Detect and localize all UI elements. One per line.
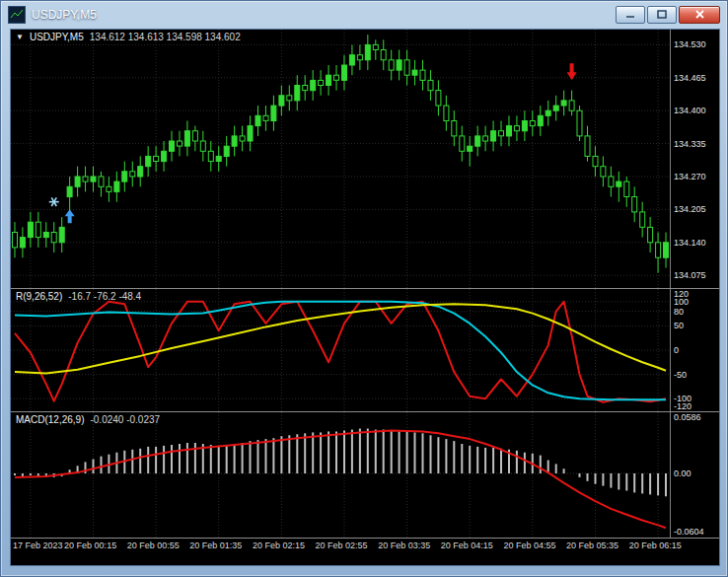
candle-body: [146, 156, 151, 166]
candle-body: [184, 131, 189, 146]
window-title: USDJPY,M5: [32, 8, 97, 22]
candle-body: [522, 121, 527, 131]
chart-window: USDJPY,M5 ▼ USDJPY,M5 134.612 134.613 13…: [0, 0, 728, 577]
oscillator-tick-label: -50: [674, 370, 687, 380]
candle-body: [170, 141, 175, 151]
candle-body: [232, 136, 237, 146]
candle-body: [436, 91, 441, 106]
candle-body: [609, 177, 614, 186]
price-tick-label: 134.205: [674, 204, 706, 214]
ohlc-values: 134.612 134.613 134.598 134.602: [90, 32, 241, 42]
candle-body: [240, 136, 245, 141]
time-label: 20 Feb 01:35: [189, 541, 242, 550]
candle-body: [20, 238, 25, 248]
candle-body: [271, 106, 276, 120]
window-controls: [616, 6, 720, 24]
time-label: 20 Feb 00:55: [127, 541, 180, 550]
candle-body: [389, 60, 394, 70]
slow-yellow-line: [15, 304, 666, 373]
macd-label: MACD(12,26,9): [16, 414, 84, 425]
signal-line: [15, 430, 666, 528]
titlebar[interactable]: USDJPY,M5: [1, 1, 727, 28]
buy-arrow[interactable]: [65, 209, 75, 223]
price-pane-header: ▼ USDJPY,M5 134.612 134.613 134.598 134.…: [16, 32, 241, 42]
candle-body: [514, 126, 519, 131]
candle-body: [287, 96, 292, 101]
candle-body: [216, 156, 221, 161]
candle-body: [248, 126, 253, 141]
candle-body: [664, 243, 669, 257]
candle-body: [601, 167, 606, 177]
candle-body: [138, 167, 143, 177]
candle-body: [295, 86, 300, 101]
candle-body: [507, 126, 512, 136]
candle-body: [569, 101, 574, 110]
oscillator-tick-label: 80: [674, 307, 684, 317]
candle-body: [303, 86, 308, 91]
price-pane[interactable]: ▼ USDJPY,M5 134.612 134.613 134.598 134.…: [11, 30, 719, 288]
macd-values: -0.0240 -0.0237: [90, 414, 160, 425]
candle-body: [154, 156, 159, 161]
candle-body: [130, 172, 135, 177]
price-tick-label: 134.465: [674, 73, 706, 83]
price-tick-label: 134.530: [674, 39, 706, 49]
macd-pane[interactable]: MACD(12,26,9) -0.0240 -0.0237 0.05860.00…: [11, 412, 719, 538]
app-icon[interactable]: [8, 6, 26, 24]
macd-tick-label: 0.0586: [674, 412, 701, 422]
candle-body: [67, 186, 72, 196]
candle-body: [99, 177, 104, 186]
macd-canvas: 0.05860.00-0.0604: [11, 412, 719, 538]
candle-body: [192, 131, 197, 141]
macd-tick-label: -0.0604: [674, 527, 704, 537]
oscillator-label: R(9,26,52): [16, 291, 62, 302]
macd-pane-header: MACD(12,26,9) -0.0240 -0.0237: [16, 414, 160, 425]
time-label: 20 Feb 03:35: [378, 541, 430, 550]
oscillator-tick-label: 50: [674, 321, 684, 330]
candle-body: [460, 136, 465, 151]
candle-body: [617, 181, 621, 186]
candle-body: [349, 55, 354, 65]
time-label: 20 Feb 04:15: [441, 541, 493, 550]
minimize-icon: [625, 10, 635, 19]
candle-body: [412, 70, 417, 75]
minimize-button[interactable]: [616, 6, 645, 24]
candle-body: [263, 115, 268, 120]
candle-body: [365, 44, 370, 59]
candle-body: [75, 177, 80, 186]
candle-body: [357, 55, 362, 60]
maximize-button[interactable]: [647, 6, 677, 24]
time-label: 20 Feb 00:15: [64, 541, 116, 550]
candle-body: [444, 106, 449, 120]
oscillator-pane-header: R(9,26,52) -16.7 -76.2 -48.4: [16, 291, 141, 302]
close-button[interactable]: [679, 6, 720, 24]
time-label: 17 Feb 2023: [13, 541, 63, 550]
candle-body: [468, 146, 473, 151]
candle-body: [224, 146, 229, 156]
oscillator-tick-label: 0: [674, 345, 679, 355]
oscillator-values: -16.7 -76.2 -48.4: [68, 291, 141, 302]
candle-body: [342, 65, 347, 80]
candle-body: [114, 181, 119, 191]
candle-body: [632, 197, 637, 212]
fast-red-line: [15, 302, 666, 402]
time-label: 20 Feb 06:15: [629, 541, 682, 550]
time-axis[interactable]: 17 Feb 202320 Feb 00:1520 Feb 00:5520 Fe…: [11, 539, 719, 554]
price-tick-label: 134.140: [674, 238, 706, 248]
candle-body: [373, 44, 378, 49]
candle-body: [475, 136, 480, 146]
candle-body: [452, 121, 457, 136]
candle-body: [319, 80, 324, 85]
candle-body: [279, 96, 284, 106]
candle-body: [397, 60, 401, 70]
candle-body: [91, 177, 96, 181]
price-tick-label: 134.335: [674, 139, 706, 149]
candle-body: [491, 131, 496, 141]
collapse-icon[interactable]: ▼: [16, 32, 24, 42]
oscillator-pane[interactable]: R(9,26,52) -16.7 -76.2 -48.4 12010080500…: [11, 289, 719, 411]
candle-body: [327, 75, 331, 85]
sell-arrow[interactable]: [567, 63, 577, 80]
candle-body: [428, 80, 433, 90]
price-tick-label: 134.270: [674, 172, 706, 181]
symbol-label: USDJPY,M5: [30, 32, 84, 42]
candle-body: [624, 181, 629, 196]
